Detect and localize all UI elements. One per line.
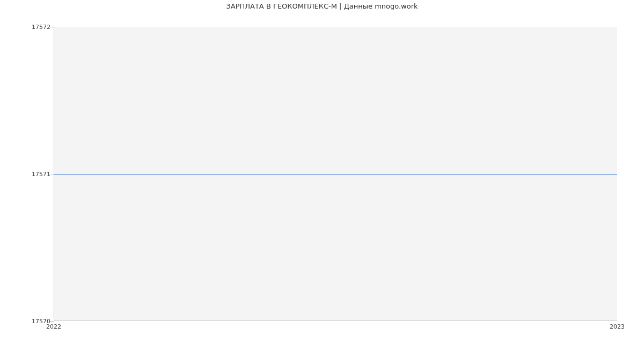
chart-title: ЗАРПЛАТА В ГЕОКОМПЛЕКС-М | Данные mnogo.… xyxy=(0,2,644,10)
xtick-label: 2023 xyxy=(610,323,625,330)
ytick-label: 17571 xyxy=(18,171,50,178)
ytick-mark xyxy=(50,174,54,174)
ytick-label: 17572 xyxy=(18,24,50,31)
ytick-label: 17570 xyxy=(18,318,50,325)
plot-area xyxy=(54,27,617,321)
series-line xyxy=(54,174,617,174)
ytick-mark xyxy=(50,321,54,322)
ytick-mark xyxy=(50,27,54,27)
xtick-label: 2022 xyxy=(46,323,61,330)
